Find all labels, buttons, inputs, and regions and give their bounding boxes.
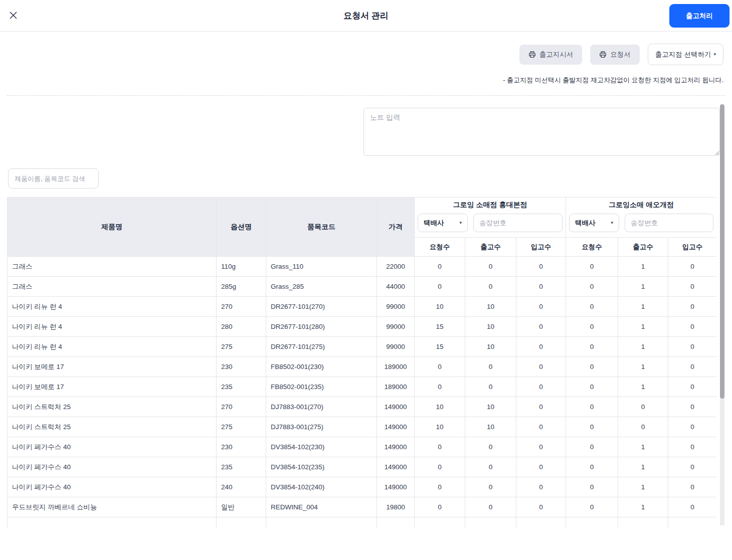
ship-process-button[interactable]: 출고처리 — [669, 4, 729, 28]
courier-select[interactable]: 택배사 ▾ — [569, 214, 619, 232]
cell-store1-shipped: 0 — [465, 497, 516, 517]
col-header-code: 품목코드 — [266, 198, 377, 257]
cell-product: 나이키 페가수스 40 — [8, 457, 217, 477]
cell-store1-requested: 0 — [415, 457, 465, 477]
cell-option: 235 — [217, 377, 266, 397]
cell-store2-shipped: 1 — [618, 497, 668, 517]
cell-price: 44000 — [377, 277, 415, 297]
cell-product: 나이키 스트럭처 25 — [8, 417, 217, 437]
print-request-button[interactable]: 요청서 — [590, 45, 640, 65]
cell-product — [8, 517, 217, 528]
cell-store1-requested: 0 — [415, 477, 465, 497]
cell-code: DJ7883-001(275) — [266, 417, 377, 437]
vertical-scrollbar[interactable] — [720, 104, 724, 525]
courier-select[interactable]: 택배사 ▾ — [418, 214, 468, 232]
cell-store2-requested: 0 — [566, 377, 618, 397]
table-row: 나이키 보메로 17 235 FB8502-001(235) 189000 0 … — [8, 377, 717, 397]
cell-store2-requested: 0 — [566, 257, 618, 277]
select-branch-dropdown[interactable]: 출고지점 선택하기 ▾ — [648, 44, 723, 65]
cell-store2-shipped: 1 — [618, 377, 668, 397]
cell-store1-received: 0 — [516, 337, 566, 357]
cell-price: 99000 — [377, 317, 415, 337]
search-input[interactable] — [8, 168, 99, 189]
cell-store2-received — [668, 517, 716, 528]
cell-store2-requested: 0 — [566, 437, 618, 457]
cell-store2-requested: 0 — [566, 457, 618, 477]
cell-store2-requested: 0 — [566, 277, 618, 297]
cell-store1-requested: 0 — [415, 497, 465, 517]
cell-product: 나이키 리뉴 런 4 — [8, 297, 217, 317]
cell-product: 나이키 리뉴 런 4 — [8, 337, 217, 357]
table-body: 그래스 110g Grass_110 22000 0 0 0 0 1 0 그래스… — [8, 257, 717, 528]
cell-price: 22000 — [377, 257, 415, 277]
table-row: 나이키 리뉴 런 4 270 DR2677-101(270) 99000 10 … — [8, 297, 717, 317]
request-table-container: 제품명 옵션명 품목코드 가격 그로잉 소매점 홍대본점 택배사 ▾ 그로잉소매 — [7, 197, 716, 527]
cell-store1-requested: 0 — [415, 437, 465, 457]
subcol-requested: 요청수 — [566, 238, 618, 257]
store-name: 그로잉소매 애오개점 — [566, 198, 716, 213]
table-row: 그래스 285g Grass_285 44000 0 0 0 0 1 0 — [8, 277, 717, 297]
cell-store1-received: 0 — [516, 417, 566, 437]
cell-price: 99000 — [377, 337, 415, 357]
subcol-shipped: 출고수 — [465, 238, 516, 257]
cell-option: 275 — [217, 337, 266, 357]
cell-store2-received: 0 — [668, 357, 716, 377]
close-button[interactable] — [8, 11, 18, 21]
cell-product: 나이키 리뉴 런 4 — [8, 317, 217, 337]
cell-product: 우드브릿지 까베르네 쇼비뇽 — [8, 497, 217, 517]
cell-store2-received: 0 — [668, 297, 716, 317]
cell-store2-received: 0 — [668, 417, 716, 437]
cell-store2-requested — [566, 517, 618, 528]
cell-store1-received: 0 — [516, 397, 566, 417]
col-header-option: 옵션명 — [217, 198, 266, 257]
cell-store1-requested: 0 — [415, 357, 465, 377]
cell-store1-shipped: 10 — [465, 317, 516, 337]
cell-store2-shipped: 0 — [618, 417, 668, 437]
table-row: 나이키 스트럭처 25 270 DJ7883-001(270) 149000 1… — [8, 397, 717, 417]
cell-option — [217, 517, 266, 528]
note-textarea[interactable] — [363, 108, 720, 156]
cell-store2-requested: 0 — [566, 297, 618, 317]
cell-price: 149000 — [377, 417, 415, 437]
cell-code: DV3854-102(240) — [266, 477, 377, 497]
cell-store1-requested: 0 — [415, 257, 465, 277]
print-shipping-order-button[interactable]: 출고지시서 — [519, 45, 583, 65]
courier-select-label: 택배사 — [424, 219, 444, 228]
cell-store2-shipped: 1 — [618, 297, 668, 317]
cell-store1-shipped: 10 — [465, 337, 516, 357]
cell-store1-received: 0 — [516, 297, 566, 317]
cell-price: 149000 — [377, 397, 415, 417]
invoice-input[interactable] — [625, 214, 713, 232]
page-title: 요청서 관리 — [343, 10, 389, 22]
cell-store1-shipped: 0 — [465, 357, 516, 377]
cell-price: 149000 — [377, 457, 415, 477]
scrollbar-thumb[interactable] — [720, 104, 724, 399]
table-row: 나이키 보메로 17 230 FB8502-001(230) 189000 0 … — [8, 357, 717, 377]
cell-store2-received: 0 — [668, 277, 716, 297]
col-header-price: 가격 — [377, 198, 415, 257]
table-row — [8, 517, 717, 528]
cell-store2-shipped: 1 — [618, 277, 668, 297]
cell-product: 나이키 보메로 17 — [8, 357, 217, 377]
cell-store1-requested: 0 — [415, 377, 465, 397]
table-row: 나이키 리뉴 런 4 275 DR2677-101(275) 99000 15 … — [8, 337, 717, 357]
cell-option: 285g — [217, 277, 266, 297]
print-shipping-order-label: 출고지시서 — [539, 50, 574, 59]
cell-store1-requested: 10 — [415, 417, 465, 437]
close-icon — [9, 11, 18, 20]
caret-down-icon: ▾ — [459, 221, 462, 225]
cell-option: 230 — [217, 357, 266, 377]
cell-store1-requested — [415, 517, 465, 528]
cell-store2-received: 0 — [668, 477, 716, 497]
cell-code: REDWINE_004 — [266, 497, 377, 517]
cell-code: DV3854-102(235) — [266, 457, 377, 477]
cell-option: 240 — [217, 477, 266, 497]
cell-store1-requested: 15 — [415, 317, 465, 337]
cell-store2-received: 0 — [668, 497, 716, 517]
cell-store1-shipped: 10 — [465, 417, 516, 437]
table-row: 그래스 110g Grass_110 22000 0 0 0 0 1 0 — [8, 257, 717, 277]
cell-store2-received: 0 — [668, 437, 716, 457]
cell-product: 나이키 페가수스 40 — [8, 437, 217, 457]
invoice-input[interactable] — [473, 214, 563, 232]
table-row: 나이키 페가수스 40 230 DV3854-102(230) 149000 0… — [8, 437, 717, 457]
